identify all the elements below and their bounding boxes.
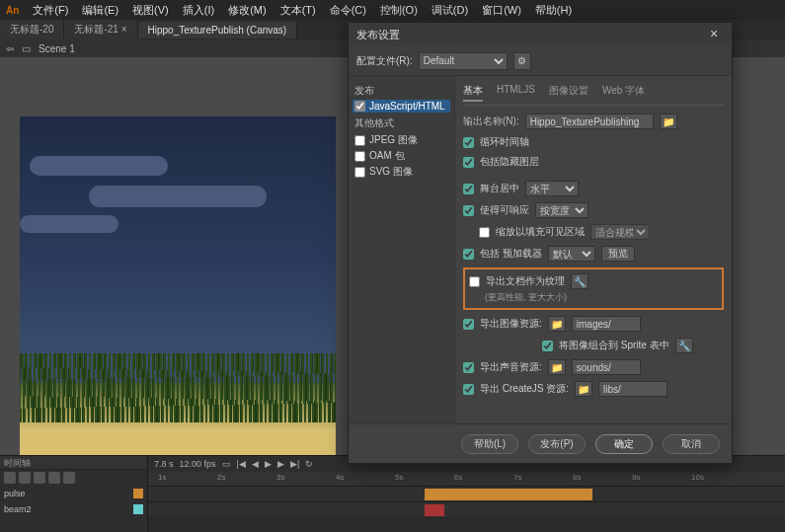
doc-tab[interactable]: 无标题-21 ×	[64, 20, 137, 39]
preview-button[interactable]: 预览	[601, 246, 635, 262]
jshtml-checkbox[interactable]	[354, 101, 365, 112]
ok-button[interactable]: 确定	[595, 434, 653, 454]
doc-tab-active[interactable]: Hippo_TexturePublish (Canvas)	[138, 22, 298, 38]
scale-checkbox[interactable]	[479, 227, 490, 238]
first-frame-icon[interactable]: |◀	[237, 459, 246, 469]
tool-icon[interactable]	[4, 472, 16, 484]
preload-checkbox[interactable]	[463, 249, 474, 260]
prev-frame-icon[interactable]: ◀	[252, 459, 259, 469]
gear-icon[interactable]: ⚙	[513, 52, 531, 70]
scene-label[interactable]: Scene 1	[39, 43, 75, 54]
images-checkbox[interactable]	[463, 319, 474, 330]
sounds-path-input[interactable]	[572, 359, 641, 375]
layer-name: beam2	[4, 504, 32, 514]
format-label: OAM 包	[369, 149, 405, 163]
sounds-checkbox[interactable]	[463, 362, 474, 373]
tool-icon[interactable]	[63, 472, 75, 484]
tool-icon[interactable]	[48, 472, 60, 484]
menu-edit[interactable]: 编辑(E)	[82, 3, 118, 18]
loop-checkbox[interactable]	[463, 137, 474, 148]
zoom-icon[interactable]: ▭	[222, 459, 231, 469]
folder-icon[interactable]: 📁	[575, 381, 592, 397]
dialog-titlebar[interactable]: 发布设置 ×	[349, 23, 732, 46]
keyframe[interactable]	[425, 504, 444, 516]
format-jshtml[interactable]: JavaScript/HTML	[353, 100, 450, 113]
layer-row[interactable]: beam2	[0, 501, 147, 517]
center-checkbox[interactable]	[463, 184, 474, 194]
dialog-footer: 帮助(L) 发布(P) 确定 取消	[349, 423, 732, 463]
settings-tabs: 基本 HTMLJS 图像设置 Web 字体	[463, 84, 724, 106]
menu-control[interactable]: 控制(O)	[380, 3, 418, 18]
tool-icon[interactable]	[34, 472, 45, 484]
menu-view[interactable]: 视图(V)	[132, 3, 169, 18]
layer-color	[133, 504, 143, 514]
stage[interactable]	[20, 116, 336, 455]
close-icon[interactable]: ×	[710, 28, 724, 41]
next-frame-icon[interactable]: ▶	[277, 459, 284, 469]
tab-basic[interactable]: 基本	[463, 84, 483, 102]
loop-icon[interactable]: ↻	[305, 459, 313, 469]
publish-button[interactable]: 发布(P)	[528, 434, 586, 454]
oam-checkbox[interactable]	[354, 151, 365, 162]
texture-checkbox[interactable]	[469, 276, 480, 287]
format-oam[interactable]: OAM 包	[353, 148, 450, 164]
frame-span[interactable]	[425, 489, 592, 500]
tab-webfont[interactable]: Web 字体	[602, 84, 645, 102]
tab-image[interactable]: 图像设置	[549, 84, 589, 102]
hidden-label: 包括隐藏图层	[480, 155, 539, 169]
images-path-input[interactable]	[572, 316, 641, 332]
hidden-checkbox[interactable]	[463, 157, 474, 168]
menu-text[interactable]: 文本(T)	[280, 3, 316, 18]
scene-icon[interactable]: ▭	[22, 43, 31, 54]
timeline-ruler[interactable]: 1s 2s 3s 4s 5s 6s 7s 8s 9s 10s	[148, 472, 785, 486]
profile-label: 配置文件(R):	[356, 54, 413, 68]
center-select[interactable]: 水平	[525, 181, 579, 196]
help-button[interactable]: 帮助(L)	[461, 434, 518, 454]
jpeg-checkbox[interactable]	[354, 135, 365, 146]
ruler-tick: 9s	[632, 473, 640, 482]
format-jpeg[interactable]: JPEG 图像	[353, 132, 450, 148]
timeline-header: 时间轴	[0, 456, 147, 470]
folder-icon[interactable]: 📁	[548, 359, 566, 375]
play-icon[interactable]: ▶	[265, 459, 272, 469]
last-frame-icon[interactable]: ▶|	[290, 459, 299, 469]
tab-htmljs[interactable]: HTMLJS	[497, 84, 535, 102]
menu-debug[interactable]: 调试(D)	[432, 3, 468, 18]
jshtml-label: JavaScript/HTML	[369, 101, 445, 112]
menu-insert[interactable]: 插入(I)	[183, 3, 214, 18]
tool-icon[interactable]	[19, 472, 31, 484]
output-name-input[interactable]	[525, 114, 654, 129]
svg-checkbox[interactable]	[354, 167, 365, 178]
settings-panel: 基本 HTMLJS 图像设置 Web 字体 输出名称(N): 📁 循环时间轴 包…	[455, 76, 732, 423]
track-row[interactable]	[148, 486, 785, 501]
menu-file[interactable]: 文件(F)	[33, 3, 68, 18]
sprite-checkbox[interactable]	[542, 341, 553, 351]
format-svg[interactable]: SVG 图像	[353, 164, 450, 180]
wrench-icon[interactable]: 🔧	[571, 273, 589, 289]
wrench-icon[interactable]: 🔧	[675, 338, 693, 353]
ruler-tick: 5s	[395, 473, 403, 482]
libs-path-input[interactable]	[598, 381, 667, 397]
responsive-checkbox[interactable]	[463, 205, 474, 216]
menu-commands[interactable]: 命令(C)	[330, 3, 366, 18]
folder-icon[interactable]: 📁	[548, 316, 566, 332]
ruler-tick: 10s	[691, 473, 704, 482]
ruler-tick: 3s	[276, 473, 284, 482]
format-label: JPEG 图像	[369, 133, 418, 147]
back-icon[interactable]: ⇦	[6, 43, 14, 54]
menu-modify[interactable]: 修改(M)	[228, 3, 267, 18]
format-label: SVG 图像	[369, 165, 413, 179]
createjs-checkbox[interactable]	[463, 384, 474, 395]
cancel-button[interactable]: 取消	[663, 434, 720, 454]
responsive-select[interactable]: 按宽度	[535, 202, 589, 218]
timeline-tracks: 7.8 s 12.00 fps ▭ |◀ ◀ ▶ ▶ ▶| ↻ 1s 2s 3s…	[148, 456, 785, 532]
menu-window[interactable]: 窗口(W)	[482, 3, 521, 18]
profile-select[interactable]: Default	[419, 52, 508, 70]
menu-help[interactable]: 帮助(H)	[535, 3, 572, 18]
preload-select[interactable]: 默认	[548, 246, 595, 262]
track-row[interactable]	[148, 501, 785, 517]
ruler-tick: 7s	[513, 473, 521, 482]
folder-icon[interactable]: 📁	[660, 114, 677, 129]
doc-tab[interactable]: 无标题-20	[0, 20, 64, 39]
layer-row[interactable]: pulse	[0, 486, 147, 501]
